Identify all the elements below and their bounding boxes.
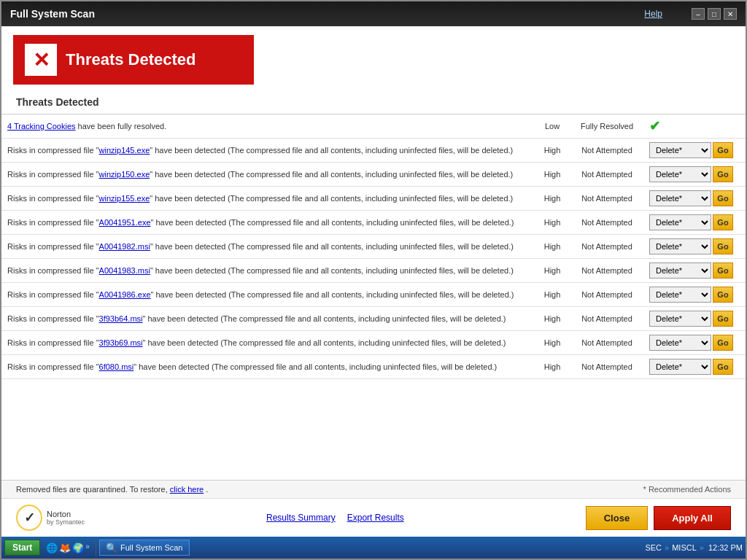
scan-icon: 🔍 [106, 542, 117, 553]
threat-action: Delete*Go [643, 331, 746, 355]
table-row: Risks in compressed file "winzip150.exe"… [1, 163, 746, 187]
go-button[interactable]: Go [713, 335, 733, 351]
taskbar-item-scan[interactable]: 🔍 Full System Scan [99, 540, 190, 556]
taskbar-right: SEC » MISCL » 12:32 PM [645, 543, 743, 552]
threat-file-link[interactable]: winzip155.exe [99, 194, 150, 203]
action-select[interactable]: Delete* [649, 214, 711, 230]
resolved-check-icon: ✔ [649, 119, 660, 133]
apply-all-button[interactable]: Apply All [654, 506, 731, 530]
taskbar-item-label: Full System Scan [120, 543, 183, 552]
go-button[interactable]: Go [713, 238, 733, 254]
close-button[interactable]: ✕ [724, 8, 737, 20]
threat-file-link[interactable]: A0041986.exe [99, 290, 151, 299]
export-results-link[interactable]: Export Results [347, 513, 404, 523]
threat-file-link[interactable]: 4 Tracking Cookies [7, 122, 76, 131]
threat-description: Risks in compressed file "A0041986.exe" … [1, 283, 534, 307]
action-row: Delete*Go [649, 214, 740, 230]
threat-action: Delete*Go [643, 211, 746, 235]
go-button[interactable]: Go [713, 311, 733, 327]
taskbar: Start 🌐 🦊 🌍 » 🔍 Full System Scan SEC » M… [1, 537, 746, 559]
table-row: Risks in compressed file "A0041986.exe" … [1, 283, 746, 307]
action-select[interactable]: Delete* [649, 238, 711, 254]
threat-severity: High [534, 139, 570, 163]
help-link[interactable]: Help [644, 9, 662, 19]
section-heading: Threats Detected [1, 90, 746, 114]
table-row: Risks in compressed file "winzip155.exe"… [1, 187, 746, 211]
action-select[interactable]: Delete* [649, 311, 711, 327]
go-button[interactable]: Go [713, 142, 733, 158]
table-scroll[interactable]: 4 Tracking Cookies have been fully resol… [1, 114, 746, 480]
browser-icon[interactable]: 🦊 [59, 542, 71, 553]
action-row: Delete*Go [649, 190, 740, 206]
threat-x-icon: ✕ [33, 48, 50, 72]
threat-status: Not Attempted [570, 139, 643, 163]
threat-file-link[interactable]: A0041983.msi [99, 266, 150, 275]
more-arrow[interactable]: » [85, 542, 90, 553]
threat-file-link[interactable]: A0041951.exe [99, 218, 151, 227]
threat-description: Risks in compressed file "winzip150.exe"… [1, 163, 534, 187]
threat-description: Risks in compressed file "A0041982.msi" … [1, 235, 534, 259]
taskbar-icons: 🌐 🦊 🌍 » [43, 542, 93, 553]
table-row: Risks in compressed file "3f93b64.msi" h… [1, 307, 746, 331]
quarantine-link[interactable]: click here [170, 485, 204, 494]
action-row: Delete*Go [649, 262, 740, 279]
threat-action: Delete*Go [643, 139, 746, 163]
threat-file-link[interactable]: 3f93b64.msi [99, 314, 143, 323]
go-button[interactable]: Go [713, 214, 733, 230]
action-row: Delete*Go [649, 238, 740, 254]
threat-status: Not Attempted [570, 211, 643, 235]
norton-circle: ✓ [16, 505, 42, 531]
threat-banner-text: Threats Detected [66, 50, 196, 69]
action-select[interactable]: Delete* [649, 142, 711, 158]
action-select[interactable]: Delete* [649, 190, 711, 206]
recommended-text: * Recommended Actions [643, 485, 731, 494]
ie-icon[interactable]: 🌐 [46, 542, 58, 553]
clock: 12:32 PM [708, 543, 743, 552]
table-row: Risks in compressed file "A0041982.msi" … [1, 235, 746, 259]
maximize-button[interactable]: □ [708, 8, 721, 20]
threat-description: 4 Tracking Cookies have been fully resol… [1, 114, 534, 139]
threat-status: Not Attempted [570, 235, 643, 259]
threat-description: Risks in compressed file "3f93b69.msi" h… [1, 331, 534, 355]
quarantine-period: . [206, 485, 208, 494]
threat-file-link[interactable]: winzip145.exe [99, 146, 150, 155]
go-button[interactable]: Go [713, 166, 733, 182]
action-select[interactable]: Delete* [649, 166, 711, 182]
threat-description: Risks in compressed file "6f080.msi" hav… [1, 355, 534, 379]
threat-action: Delete*Go [643, 187, 746, 211]
start-button[interactable]: Start [4, 540, 40, 556]
threat-status: Fully Resolved [570, 114, 643, 139]
action-select[interactable]: Delete* [649, 287, 711, 303]
threat-status: Not Attempted [570, 307, 643, 331]
threat-severity: Low [534, 114, 570, 139]
go-button[interactable]: Go [713, 287, 733, 303]
table-row: Risks in compressed file "winzip145.exe"… [1, 139, 746, 163]
table-row: Risks in compressed file "6f080.msi" hav… [1, 355, 746, 379]
quarantine-message: Removed files are quarantined. To restor… [16, 485, 208, 494]
go-button[interactable]: Go [713, 262, 733, 279]
go-button[interactable]: Go [713, 190, 733, 206]
threat-file-link[interactable]: A0041982.msi [99, 242, 150, 251]
norton-check-icon: ✓ [24, 510, 35, 526]
threat-severity: High [534, 259, 570, 283]
action-select[interactable]: Delete* [649, 262, 711, 279]
threat-status: Not Attempted [570, 331, 643, 355]
go-button[interactable]: Go [713, 359, 733, 375]
threat-severity: High [534, 163, 570, 187]
action-select[interactable]: Delete* [649, 359, 711, 375]
threat-action: Delete*Go [643, 235, 746, 259]
threat-action: Delete*Go [643, 163, 746, 187]
minimize-button[interactable]: – [692, 8, 705, 20]
threat-file-link[interactable]: winzip150.exe [99, 170, 150, 179]
threat-file-link[interactable]: 3f93b69.msi [99, 338, 143, 347]
taskbar-status: SEC » MISCL » [645, 543, 704, 552]
action-row: Delete*Go [649, 359, 740, 375]
close-button[interactable]: Close [586, 506, 648, 530]
action-row: Delete*Go [649, 166, 740, 182]
threat-file-link[interactable]: 6f080.msi [99, 362, 134, 371]
browser2-icon[interactable]: 🌍 [72, 542, 84, 553]
results-summary-link[interactable]: Results Summary [266, 513, 336, 523]
threat-severity: High [534, 283, 570, 307]
action-select[interactable]: Delete* [649, 335, 711, 351]
footer-links: Results Summary Export Results [266, 513, 404, 523]
